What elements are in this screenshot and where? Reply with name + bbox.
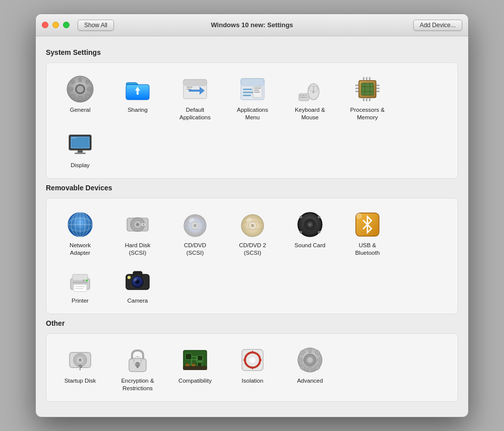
apps-menu-label: ApplicationsMenu	[237, 106, 268, 121]
svg-rect-139	[183, 367, 207, 370]
svg-rect-18	[186, 87, 193, 88]
main-window: Show All Windows 10 new: Settings Add De…	[35, 14, 469, 417]
svg-rect-36	[300, 95, 302, 96]
svg-rect-151	[298, 358, 303, 362]
startup-disk-label: Startup Disk	[65, 377, 96, 385]
network-adapter-label: NetworkAdapter	[70, 242, 91, 257]
cddvd2-icon	[238, 210, 267, 239]
item-sound-card[interactable]: Sound Card	[282, 206, 338, 260]
svg-point-106	[83, 279, 85, 281]
advanced-label: Advanced	[297, 377, 323, 385]
svg-rect-149	[308, 348, 311, 353]
item-usb-bluetooth[interactable]: USB &Bluetooth	[340, 206, 395, 260]
window-title: Windows 10 new: Settings	[211, 21, 293, 29]
svg-rect-28	[254, 90, 259, 91]
svg-rect-48	[355, 88, 358, 89]
add-device-button[interactable]: Add Device...	[413, 20, 462, 31]
svg-point-96	[318, 231, 321, 234]
item-isolation[interactable]: Isolation	[225, 342, 280, 395]
svg-rect-49	[355, 91, 358, 92]
camera-icon	[123, 266, 152, 294]
svg-rect-23	[243, 89, 252, 90]
show-all-button[interactable]: Show All	[78, 20, 114, 31]
item-apps-menu[interactable]: ApplicationsMenu	[225, 71, 280, 124]
svg-rect-39	[300, 97, 305, 98]
printer-label: Printer	[72, 297, 89, 305]
system-items-grid: General	[52, 71, 452, 172]
close-button[interactable]	[42, 22, 48, 28]
default-apps-icon	[181, 75, 209, 103]
sound-card-icon	[296, 210, 324, 239]
item-startup-disk[interactable]: ? Startup Disk	[52, 342, 108, 395]
display-label: Display	[71, 162, 90, 169]
item-keyboard-mouse[interactable]: Keyboard &Mouse	[282, 71, 338, 124]
item-network-adapter[interactable]: NetworkAdapter	[52, 206, 108, 260]
minimize-button[interactable]	[52, 22, 59, 28]
svg-point-93	[300, 216, 302, 219]
cddvd-icon	[181, 210, 209, 239]
svg-point-94	[318, 216, 321, 219]
svg-point-145	[249, 357, 256, 363]
general-label: General	[70, 106, 91, 114]
sound-card-label: Sound Card	[294, 242, 325, 249]
svg-point-80	[194, 224, 197, 227]
svg-rect-61	[78, 150, 83, 153]
processors-icon	[353, 75, 382, 103]
section-other-bg: ? Startup Disk	[46, 333, 458, 402]
item-default-apps[interactable]: DefaultApplications	[167, 71, 223, 124]
other-items-grid: ? Startup Disk	[52, 342, 452, 395]
hard-disk-icon	[123, 210, 152, 239]
item-compatibility[interactable]: Compatibility	[167, 342, 223, 395]
svg-point-118	[79, 358, 82, 362]
svg-point-95	[300, 231, 302, 234]
svg-rect-55	[369, 77, 370, 80]
svg-rect-52	[376, 91, 380, 92]
compatibility-label: Compatibility	[178, 377, 212, 385]
svg-rect-57	[366, 98, 367, 101]
svg-rect-135	[198, 355, 203, 361]
isolation-icon	[238, 346, 267, 374]
svg-rect-37	[302, 95, 304, 96]
svg-rect-53	[363, 77, 364, 80]
item-general[interactable]: General	[52, 71, 108, 124]
item-advanced[interactable]: Advanced	[282, 342, 338, 395]
maximize-button[interactable]	[63, 22, 70, 28]
isolation-label: Isolation	[242, 377, 264, 385]
encryption-label: Encryption &Restrictions	[121, 377, 154, 392]
svg-text:?: ?	[78, 364, 83, 372]
general-icon	[66, 75, 94, 103]
item-sharing[interactable]: Sharing	[110, 71, 165, 124]
svg-rect-104	[73, 281, 88, 283]
svg-point-74	[136, 223, 139, 226]
cddvd2-label: CD/DVD 2(SCSI)	[239, 242, 266, 257]
svg-rect-56	[363, 98, 364, 101]
sharing-label: Sharing	[128, 106, 148, 114]
svg-rect-42	[361, 83, 373, 95]
svg-rect-6	[87, 88, 92, 91]
default-apps-label: DefaultApplications	[179, 106, 211, 121]
item-cddvd2[interactable]: CD/DVD 2(SCSI)	[225, 206, 280, 260]
svg-point-2	[77, 86, 84, 93]
titlebar: Show All Windows 10 new: Settings Add De…	[36, 14, 468, 36]
svg-point-114	[128, 276, 131, 279]
svg-point-148	[307, 357, 313, 363]
item-encryption[interactable]: Encryption &Restrictions	[110, 342, 165, 395]
processors-label: Processors &Memory	[350, 106, 385, 121]
item-camera[interactable]: Camera	[110, 262, 165, 308]
item-display[interactable]: Display	[52, 126, 108, 172]
item-hard-disk[interactable]: Hard Disk(SCSI)	[110, 206, 165, 260]
svg-rect-152	[317, 358, 322, 362]
svg-rect-19	[186, 89, 192, 90]
svg-point-76	[143, 224, 145, 226]
item-cddvd[interactable]: CD/DVD(SCSI)	[167, 206, 223, 260]
svg-rect-150	[308, 367, 311, 372]
printer-icon	[66, 266, 94, 294]
section-system: System Settings	[46, 48, 458, 179]
svg-rect-134	[185, 353, 192, 360]
compatibility-icon	[181, 346, 209, 374]
camera-label: Camera	[128, 297, 148, 305]
item-processors[interactable]: Processors &Memory	[340, 71, 395, 124]
item-printer[interactable]: Printer	[52, 262, 108, 308]
svg-rect-122	[137, 365, 139, 368]
svg-rect-100	[73, 274, 88, 280]
